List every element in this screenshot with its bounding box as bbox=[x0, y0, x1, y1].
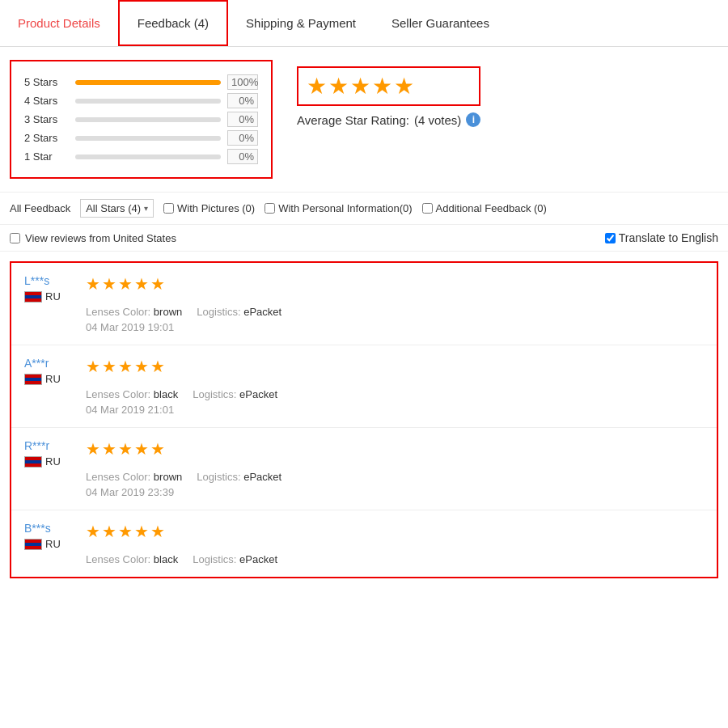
rating-summary: 5 Stars100%4 Stars0%3 Stars0%2 Stars0%1 … bbox=[0, 47, 728, 192]
reviewer-name: A***r bbox=[24, 357, 49, 370]
reviewer-name: R***r bbox=[24, 439, 49, 452]
additional-filter[interactable]: Additional Feedback (0) bbox=[422, 202, 547, 214]
reviewer-name: L***s bbox=[24, 274, 49, 287]
reviewer-country: RU bbox=[24, 455, 61, 468]
logistics-label: Logistics: bbox=[197, 471, 240, 483]
with-pictures-filter[interactable]: With Pictures (0) bbox=[163, 202, 255, 214]
reviewer-info: B***s RU bbox=[24, 522, 73, 550]
all-stars-label: All Stars (4) bbox=[86, 202, 141, 214]
reviewer-info: R***r RU bbox=[24, 439, 73, 468]
us-reviews-checkbox[interactable] bbox=[10, 233, 20, 243]
star-bar-track bbox=[75, 80, 221, 85]
color-val: brown bbox=[154, 306, 182, 318]
with-personal-label: With Personal Information(0) bbox=[278, 202, 412, 214]
tab-seller-guarantees[interactable]: Seller Guarantees bbox=[374, 0, 507, 46]
star-bar-label: 1 Star bbox=[24, 150, 69, 163]
star-bars: 5 Stars100%4 Stars0%3 Stars0%2 Stars0%1 … bbox=[10, 60, 273, 179]
reviewer-name: B***s bbox=[24, 522, 51, 535]
star-bar-row: 4 Stars0% bbox=[24, 93, 258, 108]
star-bar-track bbox=[75, 154, 221, 159]
avg-rating: ★★★★★ Average Star Rating: (4 votes) i bbox=[297, 60, 480, 127]
review-details: Lenses Color: black Logistics: ePacket bbox=[86, 553, 704, 565]
review-details: Lenses Color: brown Logistics: ePacket 0… bbox=[86, 471, 704, 498]
reviewer-country: RU bbox=[24, 373, 61, 385]
color-label: Lenses Color: bbox=[86, 471, 150, 483]
star-bar-pct: 0% bbox=[227, 130, 258, 146]
logistics-label: Logistics: bbox=[197, 306, 240, 318]
flag-icon bbox=[24, 539, 42, 550]
avg-stars-display: ★★★★★ bbox=[307, 73, 471, 99]
review-attr: Lenses Color: brown Logistics: ePacket bbox=[86, 306, 704, 318]
star-bar-row: 5 Stars100% bbox=[24, 74, 258, 90]
tab-feedback[interactable]: Feedback (4) bbox=[118, 0, 228, 46]
reviewer-country: RU bbox=[24, 290, 61, 303]
review-attr: Lenses Color: black Logistics: ePacket bbox=[86, 553, 704, 565]
star-bar-label: 2 Stars bbox=[24, 132, 69, 144]
review-stars: ★★★★★ bbox=[86, 522, 167, 541]
tab-shipping-payment[interactable]: Shipping & Payment bbox=[228, 0, 374, 46]
star-bar-label: 3 Stars bbox=[24, 113, 69, 125]
color-val: black bbox=[154, 388, 178, 400]
star-bar-pct: 0% bbox=[227, 149, 258, 164]
color-val: brown bbox=[154, 471, 182, 483]
avg-stars-box: ★★★★★ bbox=[297, 66, 480, 106]
review-stars: ★★★★★ bbox=[86, 439, 167, 459]
all-feedback-label: All Feedback bbox=[10, 202, 70, 214]
star-bar-row: 1 Star0% bbox=[24, 149, 258, 164]
reviews-container: L***s RU ★★★★★ Lenses Color: brown Logis… bbox=[10, 261, 718, 578]
reviewer-header: B***s RU ★★★★★ bbox=[24, 522, 704, 550]
star-bar-pct: 100% bbox=[227, 74, 258, 90]
star-bar-track bbox=[75, 136, 221, 141]
logistics-label: Logistics: bbox=[193, 553, 236, 565]
flag-icon bbox=[24, 291, 42, 303]
filter-bar: All Feedback All Stars (4) ▾ With Pictur… bbox=[0, 192, 728, 225]
review-item: L***s RU ★★★★★ Lenses Color: brown Logis… bbox=[11, 263, 717, 345]
translate-checkbox[interactable] bbox=[605, 233, 616, 243]
review-item: A***r RU ★★★★★ Lenses Color: black Logis… bbox=[11, 345, 717, 428]
logistics-val: ePacket bbox=[239, 388, 277, 400]
review-item: R***r RU ★★★★★ Lenses Color: brown Logis… bbox=[11, 428, 717, 510]
reviewer-info: A***r RU bbox=[24, 357, 73, 385]
with-personal-filter[interactable]: With Personal Information(0) bbox=[265, 202, 412, 214]
star-bar-label: 5 Stars bbox=[24, 76, 69, 88]
flag-icon bbox=[24, 374, 42, 385]
star-bar-row: 3 Stars0% bbox=[24, 112, 258, 127]
country-code: RU bbox=[45, 538, 61, 550]
star-bar-label: 4 Stars bbox=[24, 95, 69, 107]
reviewer-header: R***r RU ★★★★★ bbox=[24, 439, 704, 468]
with-pictures-checkbox[interactable] bbox=[163, 203, 174, 214]
review-details: Lenses Color: black Logistics: ePacket 0… bbox=[86, 388, 704, 416]
review-date: 04 Mar 2019 21:01 bbox=[86, 404, 704, 416]
with-personal-checkbox[interactable] bbox=[265, 203, 275, 214]
with-pictures-label: With Pictures (0) bbox=[177, 202, 255, 214]
color-label: Lenses Color: bbox=[86, 388, 150, 400]
us-reviews-toggle[interactable]: View reviews from United States bbox=[10, 232, 176, 244]
star-bar-pct: 0% bbox=[227, 112, 258, 127]
country-code: RU bbox=[45, 373, 61, 385]
reviewer-header: L***s RU ★★★★★ bbox=[24, 274, 704, 303]
star-bar-track bbox=[75, 117, 221, 122]
reviewer-header: A***r RU ★★★★★ bbox=[24, 357, 704, 385]
us-reviews-label: View reviews from United States bbox=[25, 232, 176, 244]
info-icon[interactable]: i bbox=[466, 112, 480, 127]
country-code: RU bbox=[45, 290, 61, 303]
star-bar-pct: 0% bbox=[227, 93, 258, 108]
logistics-val: ePacket bbox=[239, 553, 277, 565]
reviewer-country: RU bbox=[24, 538, 61, 550]
color-label: Lenses Color: bbox=[86, 553, 150, 565]
votes-text: (4 votes) bbox=[414, 113, 461, 127]
avg-text-row: Average Star Rating: (4 votes) i bbox=[297, 112, 480, 127]
reviewer-info: L***s RU bbox=[24, 274, 73, 303]
avg-text-label: Average Star Rating: bbox=[297, 113, 409, 127]
review-attr: Lenses Color: black Logistics: ePacket bbox=[86, 388, 704, 400]
review-date: 04 Mar 2019 23:39 bbox=[86, 486, 704, 498]
additional-checkbox[interactable] bbox=[422, 203, 433, 214]
translate-toggle[interactable]: Translate to English bbox=[605, 231, 718, 244]
star-bar-fill bbox=[75, 80, 221, 85]
chevron-down-icon: ▾ bbox=[144, 204, 148, 213]
all-stars-select[interactable]: All Stars (4) ▾ bbox=[80, 199, 154, 218]
view-options-bar: View reviews from United States Translat… bbox=[0, 225, 728, 252]
review-details: Lenses Color: brown Logistics: ePacket 0… bbox=[86, 306, 704, 333]
tab-product-details[interactable]: Product Details bbox=[0, 0, 118, 46]
additional-label: Additional Feedback (0) bbox=[436, 202, 547, 214]
